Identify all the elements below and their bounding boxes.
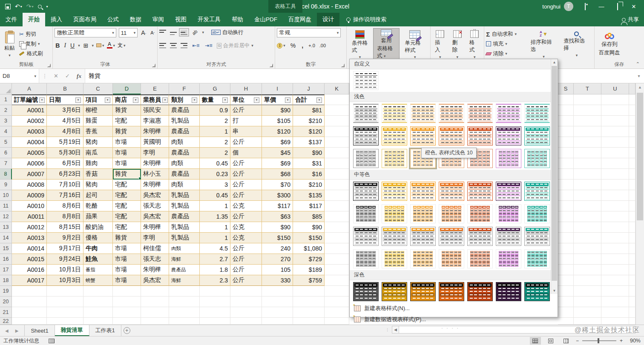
cell[interactable]: $90 — [293, 148, 325, 158]
tab-视图[interactable]: 视图 — [170, 13, 192, 26]
cell[interactable] — [293, 307, 325, 318]
table-style-light-16[interactable] — [382, 149, 407, 168]
user-account[interactable]: tonghui T — [542, 2, 573, 11]
column-header-A[interactable]: A — [12, 83, 47, 94]
table-style-medium-2[interactable] — [382, 182, 407, 201]
font-size-select[interactable]: 11▾ — [119, 28, 138, 37]
cell[interactable] — [558, 307, 574, 318]
cell[interactable] — [12, 286, 47, 297]
cell[interactable]: $63 — [262, 211, 293, 222]
clipboard-dialog-launcher[interactable] — [47, 64, 51, 67]
cell[interactable] — [629, 190, 635, 201]
cell[interactable] — [629, 169, 635, 180]
cell[interactable] — [200, 297, 230, 307]
cell[interactable]: 6月23日 — [47, 169, 83, 180]
cell[interactable] — [83, 297, 113, 307]
column-header-I[interactable]: I — [262, 83, 293, 94]
close-icon[interactable]: ✕ — [630, 3, 638, 10]
cell[interactable]: 乳製品 — [169, 190, 200, 201]
cell[interactable] — [574, 180, 601, 190]
cell[interactable]: A0013 — [12, 233, 47, 243]
table-style-medium-23[interactable] — [382, 249, 407, 268]
row-header-14[interactable]: 14 — [0, 233, 12, 243]
cell[interactable]: 李淑惠 — [141, 116, 169, 126]
panel-resize-dots[interactable]: · · · · — [350, 325, 551, 331]
cell[interactable] — [601, 254, 629, 265]
cell[interactable]: 公斤 — [230, 169, 262, 180]
cell[interactable] — [574, 148, 601, 158]
cell[interactable]: A0011 — [12, 211, 47, 222]
cell[interactable] — [574, 307, 601, 318]
cell[interactable]: 公斤 — [230, 243, 262, 254]
cell[interactable] — [325, 318, 349, 325]
align-right-icon[interactable] — [181, 43, 187, 48]
align-middle-icon[interactable] — [170, 30, 177, 35]
cell[interactable] — [558, 286, 574, 297]
cell[interactable]: 農產品 — [169, 169, 200, 180]
table-style-medium-13[interactable] — [496, 204, 521, 223]
zoom-percent[interactable]: 90% — [626, 338, 641, 344]
cell[interactable]: 公斤 — [230, 180, 262, 190]
cell[interactable]: 雜貨 — [113, 126, 141, 137]
cancel-entry-icon[interactable]: ✕ — [50, 69, 62, 83]
cell[interactable] — [629, 318, 635, 325]
cell[interactable]: 南瓜 — [83, 148, 113, 158]
table-style-light-8[interactable] — [353, 126, 379, 145]
column-header-C[interactable]: C — [83, 83, 113, 94]
cell[interactable]: 李明 — [141, 148, 169, 158]
cell[interactable] — [629, 126, 635, 137]
cell[interactable]: 李明 — [141, 233, 169, 243]
font-name-select[interactable]: 微軟正黑體▾ — [55, 28, 116, 37]
cell[interactable]: 乳製品 — [169, 116, 200, 126]
table-style-medium-1[interactable] — [353, 182, 379, 201]
cell[interactable] — [574, 286, 601, 297]
cell[interactable]: 業務員▾ — [141, 94, 169, 105]
cell[interactable]: $31 — [293, 158, 325, 169]
cell[interactable] — [629, 307, 635, 318]
tab-插入[interactable]: 插入 — [45, 13, 68, 26]
cell[interactable] — [558, 297, 574, 307]
cell[interactable] — [574, 297, 601, 307]
cell[interactable]: 豬肉 — [83, 137, 113, 148]
cell[interactable]: 市場 — [113, 243, 141, 254]
cell[interactable]: 宅配 — [113, 116, 141, 126]
cell[interactable]: 1 — [200, 201, 230, 211]
cell[interactable]: $45 — [262, 148, 293, 158]
cell[interactable]: 3 — [200, 180, 230, 190]
cell[interactable] — [629, 243, 635, 254]
tab-金山PDF[interactable]: 金山PDF — [249, 13, 283, 26]
table-style-medium-3[interactable] — [410, 182, 436, 201]
cell[interactable]: 酸奶油 — [83, 222, 113, 233]
cell[interactable] — [629, 116, 635, 126]
cell[interactable]: 宅配 — [113, 190, 141, 201]
cell[interactable]: 宅配 — [113, 180, 141, 190]
table-style-medium-24[interactable] — [410, 249, 436, 268]
format-as-table-button[interactable]: 套用 表格格式 ▾ — [373, 28, 400, 61]
cell[interactable]: 10月3日 — [47, 275, 83, 286]
cell[interactable] — [83, 307, 113, 318]
cell[interactable]: 豬肉 — [83, 180, 113, 190]
cell[interactable] — [574, 126, 601, 137]
delete-cells-button[interactable]: 删除▾ — [450, 28, 465, 61]
row-header-3[interactable]: 3 — [0, 116, 12, 126]
cell[interactable]: 農產品 — [169, 105, 200, 116]
table-style-medium-6[interactable] — [496, 182, 521, 201]
cell[interactable] — [169, 286, 200, 297]
table-style-medium-19[interactable] — [467, 227, 493, 246]
cell[interactable]: 鮭魚 — [83, 254, 113, 265]
cell[interactable]: $1,080 — [293, 243, 325, 254]
macro-record-icon[interactable] — [49, 339, 55, 343]
cell[interactable]: 蘋果 — [83, 211, 113, 222]
row-header-6[interactable]: 6 — [0, 148, 12, 158]
undo-icon[interactable]: ↶▾ — [15, 3, 22, 10]
cell[interactable] — [141, 318, 169, 325]
cell[interactable]: $120 — [293, 126, 325, 137]
cell[interactable] — [325, 222, 349, 233]
cell[interactable] — [200, 286, 230, 297]
decrease-decimal-button[interactable]: .00 — [319, 43, 326, 48]
row-header-5[interactable]: 5 — [0, 137, 12, 148]
table-style-medium-17[interactable] — [410, 227, 436, 246]
page-layout-view-icon[interactable] — [545, 337, 556, 345]
cell[interactable] — [601, 137, 629, 148]
cell[interactable]: 2 — [200, 116, 230, 126]
